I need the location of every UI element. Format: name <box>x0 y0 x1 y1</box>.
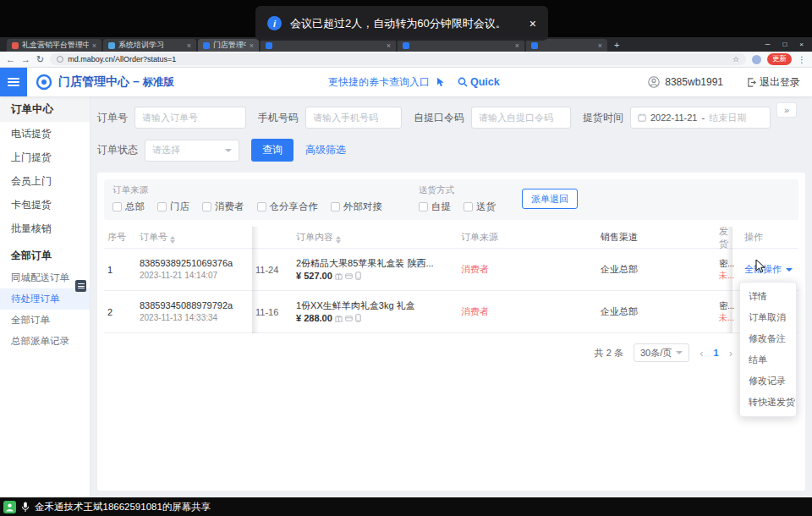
checkbox-consumer[interactable]: 消费者 <box>202 200 244 213</box>
sidebar-item-order-center[interactable]: 订单中心 <box>0 96 90 122</box>
back-icon[interactable]: ← <box>6 55 15 64</box>
sort-icon[interactable] <box>336 236 341 244</box>
panel-collapse-button[interactable]: » <box>776 102 797 118</box>
tab-favicon-icon <box>531 42 538 49</box>
prev-page-button[interactable]: ‹ <box>700 347 703 360</box>
quick-search-button[interactable]: Quick <box>458 76 500 88</box>
tab-favicon-icon <box>403 42 409 49</box>
checkbox-delivery[interactable]: 送货 <box>464 200 496 213</box>
next-page-button[interactable]: › <box>729 347 732 360</box>
checkbox-external[interactable]: 外部对接 <box>331 200 382 213</box>
status-placeholder: 请选择 <box>152 144 180 156</box>
menu-item-cancel-order[interactable]: 订单取消 <box>740 307 796 328</box>
dispatch-return-button[interactable]: 派单退回 <box>522 189 578 209</box>
new-tab-button[interactable]: + <box>614 40 619 50</box>
pickup-code-input[interactable] <box>471 107 571 129</box>
cell-index: 2 <box>104 307 129 317</box>
checkbox-icon[interactable] <box>464 202 473 211</box>
browser-tab-training[interactable]: 系统培训学习 × <box>103 39 196 52</box>
profile-avatar[interactable] <box>752 55 761 64</box>
header-sales-channel: 销售渠道 <box>590 231 716 244</box>
checkbox-label: 仓分享合作 <box>270 200 319 213</box>
sidebar-item-phone-pickup[interactable]: 电话提货 <box>0 122 90 145</box>
menu-item-close-order[interactable]: 结单 <box>740 349 796 371</box>
browser-menu-icon[interactable]: ⋮ <box>798 55 806 64</box>
phone-input[interactable] <box>305 107 402 129</box>
advanced-filter-link[interactable]: 高级筛选 <box>305 143 346 157</box>
tab-close-icon[interactable]: × <box>187 41 191 50</box>
browser-tab[interactable]: × <box>526 39 607 52</box>
forward-icon[interactable]: → <box>21 55 30 64</box>
tab-favicon-icon <box>108 42 115 49</box>
table-row[interactable]: 2 83859345088979792a 2023-11-13 14:33:34… <box>104 291 798 333</box>
checkbox-icon[interactable] <box>419 202 428 211</box>
sidebar-item-batch-verify[interactable]: 批量核销 <box>0 217 90 240</box>
sidebar-drag-toggle[interactable] <box>75 280 86 292</box>
page-size-select[interactable]: 30条/页 <box>634 343 689 362</box>
address-bar[interactable]: md.maboy.cn/AllOrder?status=1 ☆ <box>50 53 746 65</box>
tab-close-icon[interactable]: × <box>387 41 391 50</box>
checkbox-icon[interactable] <box>331 202 340 211</box>
maximize-icon[interactable]: □ <box>782 41 787 48</box>
sidebar-item-member-visit[interactable]: 会员上门 <box>0 169 90 193</box>
sidebar-item-hq-dispatch-records[interactable]: 总部派单记录 <box>0 331 90 352</box>
date-start-value: 2022-11-21 <box>650 113 697 123</box>
checkbox-icon[interactable] <box>257 202 266 211</box>
order-status-select[interactable]: 请选择 <box>145 140 239 162</box>
tab-favicon-icon <box>266 42 272 49</box>
sort-icon[interactable] <box>170 236 175 244</box>
checkbox-store[interactable]: 门店 <box>157 200 189 213</box>
toast-close-icon[interactable]: × <box>529 17 536 30</box>
checkbox-icon[interactable] <box>112 202 122 211</box>
checkbox-hq[interactable]: 总部 <box>112 200 145 213</box>
chevron-down-icon <box>676 351 683 354</box>
checkbox-label: 总部 <box>125 200 145 213</box>
order-no-text: 83859389251069376a <box>140 257 252 270</box>
sidebar-item-all-orders[interactable]: 全部订单 <box>0 310 90 331</box>
browser-tab-gift-platform[interactable]: 礼盒营销平台管理中心 × <box>7 39 102 52</box>
browser-tab[interactable]: × <box>261 39 396 52</box>
sidebar-item-door-pickup[interactable]: 上门提货 <box>0 145 90 169</box>
window-close-icon[interactable]: × <box>799 41 804 48</box>
reload-icon[interactable]: ↻ <box>36 55 44 64</box>
tab-close-icon[interactable]: × <box>515 41 519 50</box>
tab-close-icon[interactable]: × <box>598 41 602 50</box>
site-info-icon[interactable] <box>57 56 63 63</box>
app-title-text: 门店管理中心 <box>58 74 129 88</box>
menu-toggle-icon <box>78 283 85 288</box>
menu-item-edit-history[interactable]: 修改记录 <box>740 371 796 392</box>
tab-title: 礼盒营销平台管理中心 <box>22 40 89 51</box>
tab-close-icon[interactable]: × <box>250 41 254 50</box>
browser-tab-store-center[interactable]: 门店管理中心 × <box>198 39 259 52</box>
mic-icon[interactable] <box>21 502 30 513</box>
browser-tab[interactable]: × <box>398 39 524 52</box>
menu-item-edit-remark[interactable]: 修改备注 <box>740 328 796 349</box>
header-order-no[interactable]: 订单号 <box>129 231 252 244</box>
current-page[interactable]: 1 <box>714 348 719 358</box>
sidebar-collapse-button[interactable] <box>0 68 27 96</box>
all-actions-dropdown[interactable]: 全部操作 <box>744 263 793 276</box>
phone-icon <box>355 314 361 322</box>
bookmark-icon[interactable]: ☆ <box>732 55 739 63</box>
menu-item-detail[interactable]: 详情 <box>740 286 796 307</box>
tab-close-icon[interactable]: × <box>92 41 96 50</box>
order-no-input[interactable] <box>134 107 246 129</box>
checkbox-icon[interactable] <box>157 202 167 211</box>
sidebar-item-cardpack-pickup[interactable]: 卡包提货 <box>0 193 90 217</box>
coupon-query-link[interactable]: 更快捷的券卡查询入口 <box>328 75 430 90</box>
logout-button[interactable]: 退出登录 <box>747 75 800 90</box>
checkbox-warehouse-share[interactable]: 仓分享合作 <box>257 200 319 213</box>
minimize-icon[interactable]: ─ <box>765 41 771 48</box>
search-button[interactable]: 查询 <box>251 139 294 162</box>
total-count: 共 2 条 <box>595 347 623 360</box>
checkbox-icon[interactable] <box>202 202 211 211</box>
sidebar-group-all-orders[interactable]: 全部订单 <box>0 244 90 267</box>
checkbox-self-pickup[interactable]: 自提 <box>419 200 451 213</box>
menu-item-switch-express[interactable]: 转快递发货 <box>740 392 796 413</box>
header-order-content[interactable]: 订单内容 <box>286 231 451 244</box>
browser-update-button[interactable]: 更新 <box>767 53 792 65</box>
pickup-time-range-picker[interactable]: 2022-11-21 - 结束日期 <box>630 107 771 129</box>
checkbox-label: 送货 <box>476 200 496 213</box>
checkbox-label: 外部对接 <box>343 200 382 213</box>
table-row[interactable]: 1 83859389251069376a 2023-11-21 14:14:07… <box>104 249 798 291</box>
